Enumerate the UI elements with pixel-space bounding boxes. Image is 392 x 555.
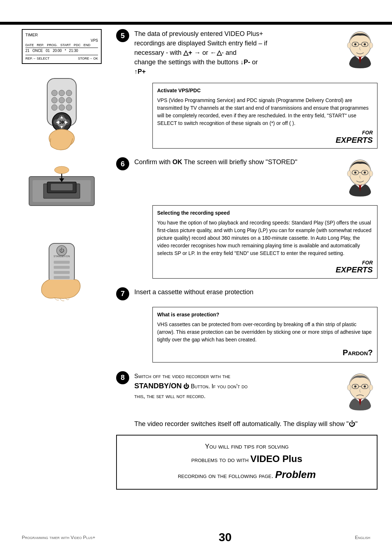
svg-point-51 bbox=[347, 171, 351, 177]
step7-box-text: VHS cassettes can be protected from over… bbox=[157, 321, 373, 344]
pardon-badge: Pardon? bbox=[157, 347, 373, 358]
svg-text:▶: ▶ bbox=[65, 119, 68, 125]
step5-row: 5 The data of previously entered VIDEO P… bbox=[116, 29, 377, 76]
ts-data-row: 21ONCE0120:00*21:30 bbox=[25, 49, 98, 53]
ts-header: DATEREP.PROG.STARTPDCEND bbox=[25, 43, 98, 48]
footer-left-text: Programming timer with Video Plus+ bbox=[22, 535, 95, 540]
svg-point-28 bbox=[54, 166, 69, 174]
remote-illustration: OK ▲ ▼ ◀ ▶ bbox=[25, 75, 98, 155]
for-experts-badge-6: FOR EXPERTS bbox=[157, 260, 373, 275]
svg-point-1 bbox=[52, 90, 57, 96]
ts-footer: REP.→ SELECT STORE→ OK bbox=[25, 55, 98, 60]
svg-point-41 bbox=[354, 43, 356, 45]
svg-point-42 bbox=[364, 43, 366, 45]
step7-text: Insert a cassette without erase protecti… bbox=[134, 287, 377, 297]
step5-box-text: VPS (Video Programming Service) and PDC … bbox=[157, 97, 373, 127]
page-number: 30 bbox=[219, 531, 232, 544]
step5-expert-container: Activate VPS/PDC VPS (Video Programming … bbox=[134, 83, 377, 149]
page: TIMER VPS DATEREP.PROG.STARTPDCEND 21ONC… bbox=[0, 0, 392, 555]
svg-rect-36 bbox=[54, 276, 70, 279]
footer: Programming timer with Video Plus+ 30 En… bbox=[0, 531, 392, 544]
svg-text:STANDBY/ON: STANDBY/ON bbox=[54, 255, 70, 258]
step7-row: 7 Insert a cassette without erase protec… bbox=[116, 287, 377, 300]
svg-point-44 bbox=[369, 42, 373, 48]
svg-rect-34 bbox=[54, 266, 70, 269]
svg-point-9 bbox=[66, 105, 72, 110]
step7-pardon-container: What is erase protection? VHS cassettes … bbox=[134, 307, 377, 362]
svg-point-7 bbox=[52, 105, 57, 110]
top-bar bbox=[0, 22, 392, 25]
left-column: TIMER VPS DATEREP.PROG.STARTPDCEND 21ONC… bbox=[15, 29, 109, 314]
step6-expert-container: Selecting the recording speed You have t… bbox=[134, 205, 377, 279]
step7-box: What is erase protection? VHS cassettes … bbox=[152, 307, 377, 362]
svg-point-4 bbox=[52, 97, 57, 103]
step6-box-title: Selecting the recording speed bbox=[157, 209, 373, 217]
expert-face-8 bbox=[345, 371, 377, 413]
footer-right-text: English bbox=[355, 535, 370, 540]
for-experts-badge-5: FOR EXPERTS bbox=[157, 130, 373, 145]
svg-point-43 bbox=[347, 42, 351, 48]
step6-text: Confirm with OK The screen will briefly … bbox=[134, 157, 340, 167]
expert-face-5 bbox=[345, 29, 377, 70]
svg-point-50 bbox=[364, 171, 366, 174]
step8-row: 8 Switch off the video recorder with the… bbox=[116, 371, 377, 413]
tips-line3: recording on the following page. Problem bbox=[124, 467, 369, 483]
svg-rect-26 bbox=[51, 184, 73, 190]
svg-point-3 bbox=[66, 90, 72, 96]
timer-screen-illustration: TIMER VPS DATEREP.PROG.STARTPDCEND 21ONC… bbox=[22, 29, 102, 64]
svg-point-60 bbox=[369, 385, 373, 390]
svg-text:⏻: ⏻ bbox=[59, 247, 64, 253]
step5-circle: 5 bbox=[116, 29, 129, 42]
step6-box-text: You have the option of two playback and … bbox=[157, 219, 373, 257]
step5-box: Activate VPS/PDC VPS (Video Programming … bbox=[152, 83, 377, 149]
svg-point-6 bbox=[66, 97, 72, 103]
svg-text:◀: ◀ bbox=[56, 119, 60, 125]
expert-face-6 bbox=[345, 157, 377, 199]
step8-circle: 8 bbox=[116, 371, 129, 384]
svg-point-58 bbox=[364, 385, 366, 388]
step6-circle: 6 bbox=[116, 157, 129, 170]
step5-text: The data of previously entered VIDEO Plu… bbox=[134, 29, 340, 76]
svg-rect-35 bbox=[54, 271, 70, 274]
timer-label: TIMER bbox=[25, 33, 98, 37]
svg-point-59 bbox=[347, 385, 351, 390]
svg-point-8 bbox=[59, 105, 65, 110]
svg-text:▲: ▲ bbox=[60, 114, 64, 119]
svg-rect-33 bbox=[54, 261, 70, 264]
step8-text: Switch off the video recorder with the S… bbox=[134, 371, 340, 401]
step6-row: 6 Confirm with OK The screen will briefl… bbox=[116, 157, 377, 199]
svg-point-52 bbox=[369, 171, 373, 177]
step7-circle: 7 bbox=[116, 287, 129, 300]
svg-point-2 bbox=[59, 90, 65, 96]
tips-box: You will find tips for solving problems … bbox=[116, 435, 377, 490]
step7-box-title: What is erase protection? bbox=[157, 311, 373, 319]
step6-box: Selecting the recording speed You have t… bbox=[152, 205, 377, 279]
step8-para: The video recorder switches itself off a… bbox=[134, 419, 377, 429]
svg-text:▼: ▼ bbox=[60, 125, 64, 130]
svg-point-57 bbox=[354, 385, 356, 388]
video-plus-highlight: VIDEO Plus bbox=[250, 453, 302, 464]
svg-point-49 bbox=[354, 171, 356, 174]
tips-line1: You will find tips for solving bbox=[124, 441, 369, 452]
svg-point-5 bbox=[59, 97, 65, 103]
tips-line2: problems to do with VIDEO Plus bbox=[124, 451, 369, 467]
right-column: 5 The data of previously entered VIDEO P… bbox=[116, 29, 377, 495]
problem-badge: Problem bbox=[275, 469, 316, 480]
step5-box-title: Activate VPS/PDC bbox=[157, 87, 373, 94]
vps-label: VPS bbox=[25, 39, 98, 42]
cassette-illustration bbox=[25, 166, 98, 225]
standby-illustration: ⏻ STANDBY/ON bbox=[25, 236, 98, 303]
